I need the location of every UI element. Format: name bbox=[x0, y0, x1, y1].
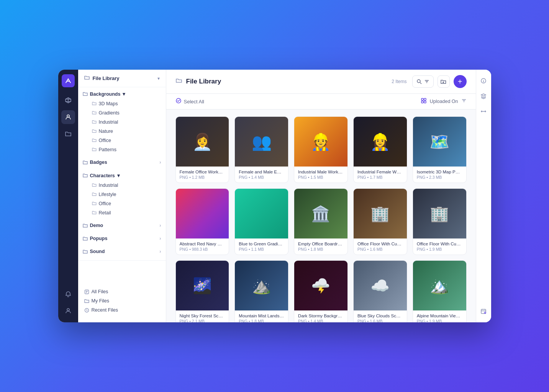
right-panel-bottom bbox=[478, 305, 489, 317]
svg-rect-2 bbox=[85, 290, 88, 294]
icon-bar bbox=[58, 70, 78, 322]
sidebar-item-3dmaps[interactable]: 3D Maps bbox=[87, 99, 166, 108]
file-card[interactable]: 🏢 Office Floor With Cubicles ... PNG • 1… bbox=[353, 188, 407, 255]
new-folder-btn[interactable] bbox=[438, 75, 450, 88]
file-card-name: Abstract Red Navy Gradient B... bbox=[180, 242, 225, 246]
popups-expand-icon[interactable]: › bbox=[159, 236, 161, 241]
file-card-name: Industrial Female Worker Char... bbox=[357, 170, 403, 174]
sidebar-item-all-files[interactable]: All Files bbox=[78, 287, 166, 296]
right-panel-calendar[interactable] bbox=[478, 305, 489, 317]
sidebar-item-char-office[interactable]: Office bbox=[87, 199, 166, 208]
file-card-info: Office Floor With Cubicles ... PNG • 1.6… bbox=[354, 238, 407, 255]
file-thumbnail: 🏢 bbox=[354, 189, 407, 238]
svg-rect-6 bbox=[421, 98, 423, 100]
sidebar-item-my-files[interactable]: My Files bbox=[78, 296, 166, 305]
sidebar-sound-section: Sound › bbox=[78, 245, 166, 258]
select-all-button[interactable]: Select All bbox=[175, 98, 204, 105]
sidebar-item-char-industrial[interactable]: Industrial bbox=[87, 181, 166, 190]
add-file-button[interactable]: + bbox=[454, 75, 467, 88]
main-header: File Library 2 Items bbox=[166, 70, 476, 94]
file-card[interactable]: Blue to Green Gradient Backg... PNG • 1.… bbox=[234, 188, 288, 255]
file-card-info: Alpine Mountain View... PNG • 1.9 MB bbox=[413, 310, 466, 322]
main-title: File Library bbox=[186, 78, 221, 85]
sidebar-collapse-icon[interactable]: ▾ bbox=[157, 76, 160, 81]
sort-icon[interactable] bbox=[461, 98, 467, 105]
file-card[interactable]: 👩‍💼 Female Office Worker Charact... PNG … bbox=[175, 116, 229, 183]
sort-area: Uploaded On bbox=[421, 98, 467, 105]
nav-cube[interactable] bbox=[61, 93, 75, 107]
svg-point-0 bbox=[67, 115, 69, 117]
file-card[interactable]: ⛰️ Mountain Mist Landscape... PNG • 1.8 … bbox=[234, 260, 288, 322]
file-card[interactable]: 👷‍♀️ Industrial Female Worker Char... PN… bbox=[353, 116, 407, 183]
sidebar-category-sound[interactable]: Sound › bbox=[78, 247, 166, 256]
right-panel-swap[interactable] bbox=[478, 106, 489, 117]
file-card[interactable]: 🏔️ Alpine Mountain View... PNG • 1.9 MB bbox=[413, 260, 467, 322]
file-card[interactable]: 🏛️ Empty Office Boardroom O... PNG • 1.8… bbox=[294, 188, 348, 255]
main-title-area: File Library bbox=[175, 77, 221, 86]
sidebar-header[interactable]: File Library ▾ bbox=[78, 70, 166, 87]
file-thumbnail: 🏛️ bbox=[294, 189, 347, 238]
file-card[interactable]: 🌩️ Dark Stormy Background... PNG • 1.4 M… bbox=[294, 260, 348, 322]
file-card-meta: PNG • 1.4 MB bbox=[239, 175, 284, 180]
file-card-name: Empty Office Boardroom O... bbox=[298, 242, 344, 246]
app-window: File Library ▾ Backgrounds ▾ 3D Maps bbox=[58, 70, 491, 322]
sidebar-item-char-retail[interactable]: Retail bbox=[87, 208, 166, 217]
search-filter-btn[interactable] bbox=[412, 75, 434, 88]
sidebar-item-gradients[interactable]: Gradients bbox=[87, 108, 166, 118]
items-count: 2 Items bbox=[392, 79, 406, 84]
svg-rect-9 bbox=[424, 101, 426, 103]
file-card-info: Dark Stormy Background... PNG • 1.4 MB bbox=[294, 310, 347, 322]
sidebar-category-demo-label: Demo bbox=[90, 223, 103, 228]
sidebar-demo-section: Demo › bbox=[78, 219, 166, 232]
sidebar-category-popups[interactable]: Popups › bbox=[78, 234, 166, 243]
file-thumbnail: ☁️ bbox=[354, 261, 407, 310]
file-card[interactable]: ☁️ Blue Sky Clouds Scene... PNG • 1.6 MB bbox=[353, 260, 407, 322]
file-card-info: Mountain Mist Landscape... PNG • 1.8 MB bbox=[235, 310, 288, 322]
file-card-info: Night Sky Forest Scene... PNG • 2.1 MB bbox=[176, 310, 229, 322]
file-thumbnail: 🗺️ bbox=[413, 117, 466, 167]
sidebar-category-badges[interactable]: Badges › bbox=[78, 157, 166, 167]
sidebar-category-characters[interactable]: Characters ▾ bbox=[78, 170, 166, 181]
badges-expand-icon[interactable]: › bbox=[159, 160, 161, 165]
sidebar: File Library ▾ Backgrounds ▾ 3D Maps bbox=[78, 70, 166, 322]
file-card-meta: PNG • 1.4 MB bbox=[298, 319, 344, 322]
file-card-info: Abstract Red Navy Gradient B... PNG • 98… bbox=[176, 238, 229, 255]
file-card[interactable]: 🗺️ Isometric 3D Map Photorealis... PNG •… bbox=[413, 116, 467, 183]
sidebar-item-industrial[interactable]: Industrial bbox=[87, 118, 166, 127]
nav-profile[interactable] bbox=[61, 304, 75, 318]
sidebar-backgrounds-section: Backgrounds ▾ 3D Maps Gradients bbox=[78, 87, 166, 156]
file-card-info: Female and Male Employee Dr... PNG • 1.4… bbox=[235, 167, 288, 183]
characters-collapse-icon[interactable]: ▾ bbox=[117, 173, 120, 178]
sidebar-item-office[interactable]: Office bbox=[87, 136, 166, 145]
sidebar-item-recent-files[interactable]: Recent Files bbox=[78, 305, 166, 315]
nav-folder[interactable] bbox=[61, 127, 75, 141]
sidebar-item-patterns[interactable]: Patterns bbox=[87, 145, 166, 154]
file-card-name: Isometric 3D Map Photorealis... bbox=[417, 170, 462, 174]
right-panel bbox=[476, 70, 491, 322]
svg-point-1 bbox=[67, 309, 69, 311]
sidebar-popups-section: Popups › bbox=[78, 232, 166, 245]
right-panel-layers[interactable] bbox=[478, 90, 489, 102]
sidebar-category-demo[interactable]: Demo › bbox=[78, 220, 166, 230]
sound-expand-icon[interactable]: › bbox=[159, 249, 161, 254]
file-card[interactable]: 🌌 Night Sky Forest Scene... PNG • 2.1 MB bbox=[175, 260, 229, 322]
file-card-meta: PNG • 988.3 kB bbox=[180, 247, 225, 252]
sidebar-category-backgrounds[interactable]: Backgrounds ▾ bbox=[78, 89, 166, 99]
file-card[interactable]: 🏢 Office Floor With Cubicles ... PNG • 1… bbox=[413, 188, 467, 255]
file-card[interactable]: 👥 Female and Male Employee Dr... PNG • 1… bbox=[234, 116, 288, 183]
sidebar-item-nature[interactable]: Nature bbox=[87, 127, 166, 136]
right-panel-info[interactable] bbox=[478, 75, 489, 87]
file-card[interactable]: Abstract Red Navy Gradient B... PNG • 98… bbox=[175, 188, 229, 255]
file-thumbnail: 👥 bbox=[235, 117, 288, 167]
sidebar-item-char-lifestyle[interactable]: Lifestyle bbox=[87, 190, 166, 199]
demo-expand-icon[interactable]: › bbox=[159, 223, 161, 228]
nav-bell[interactable] bbox=[61, 287, 75, 301]
file-card-meta: PNG • 1.9 MB bbox=[417, 319, 462, 322]
file-card[interactable]: 👷 Industrial Male Worker Charac... PNG •… bbox=[294, 116, 348, 183]
backgrounds-collapse-icon[interactable]: ▾ bbox=[123, 91, 125, 97]
nav-users[interactable] bbox=[61, 110, 75, 124]
app-logo[interactable] bbox=[62, 74, 75, 87]
grid-view-icon[interactable] bbox=[421, 98, 427, 105]
file-thumbnail bbox=[176, 189, 229, 238]
sidebar-item-3dmaps-label: 3D Maps bbox=[99, 101, 118, 106]
